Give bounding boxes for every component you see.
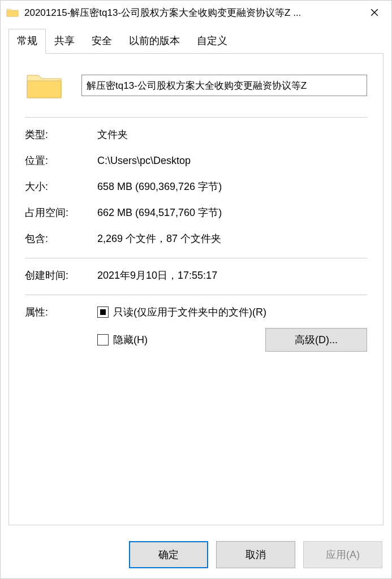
- size-on-disk-label: 占用空间:: [25, 206, 97, 219]
- readonly-label: 只读(仅应用于文件夹中的文件)(R): [113, 305, 266, 319]
- divider: [25, 295, 367, 295]
- properties-dialog: 20201215-解压密tq13-公司股权方案大全收购变更融资协议等Z ... …: [0, 0, 392, 579]
- contains-label: 包含:: [25, 232, 97, 245]
- type-row: 类型: 文件夹: [25, 128, 367, 141]
- divider: [25, 258, 367, 258]
- size-on-disk-value: 662 MB (694,517,760 字节): [97, 206, 222, 219]
- readonly-checkbox-row[interactable]: 只读(仅应用于文件夹中的文件)(R): [97, 305, 367, 319]
- contains-value: 2,269 个文件，87 个文件夹: [97, 232, 221, 245]
- contains-row: 包含: 2,269 个文件，87 个文件夹: [25, 232, 367, 245]
- attributes-section: 属性: 只读(仅应用于文件夹中的文件)(R) 隐藏(H) 高级(D)...: [25, 305, 367, 352]
- type-label: 类型:: [25, 128, 97, 141]
- close-button[interactable]: [363, 3, 386, 21]
- folder-large-icon: [25, 70, 63, 101]
- hidden-label: 隐藏(H): [113, 333, 148, 347]
- folder-name-input[interactable]: [81, 75, 367, 96]
- advanced-button[interactable]: 高级(D)...: [265, 328, 367, 352]
- titlebar: 20201215-解压密tq13-公司股权方案大全收购变更融资协议等Z ...: [1, 1, 391, 23]
- tab-previous-versions[interactable]: 以前的版本: [120, 29, 188, 53]
- tab-customize[interactable]: 自定义: [188, 29, 236, 53]
- created-row: 创建时间: 2021年9月10日，17:55:17: [25, 269, 367, 282]
- tab-security[interactable]: 安全: [83, 29, 120, 53]
- folder-icon: [6, 7, 19, 18]
- size-row: 大小: 658 MB (690,369,726 字节): [25, 180, 367, 193]
- hidden-checkbox[interactable]: [97, 334, 109, 345]
- name-row: [25, 70, 367, 101]
- created-value: 2021年9月10日，17:55:17: [97, 269, 217, 282]
- cancel-button[interactable]: 取消: [216, 541, 295, 568]
- tab-panel-general: 类型: 文件夹 位置: C:\Users\pc\Desktop 大小: 658 …: [8, 53, 384, 525]
- size-value: 658 MB (690,369,726 字节): [97, 180, 222, 193]
- apply-button[interactable]: 应用(A): [303, 541, 382, 568]
- type-value: 文件夹: [97, 128, 128, 141]
- size-label: 大小:: [25, 180, 97, 193]
- ok-button[interactable]: 确定: [129, 541, 208, 568]
- hidden-checkbox-row[interactable]: 隐藏(H): [97, 333, 148, 347]
- location-value: C:\Users\pc\Desktop: [97, 155, 191, 167]
- tab-strip: 常规 共享 安全 以前的版本 自定义: [1, 23, 391, 53]
- tab-sharing[interactable]: 共享: [46, 29, 83, 53]
- dialog-button-bar: 确定 取消 应用(A): [1, 533, 391, 578]
- readonly-checkbox[interactable]: [97, 306, 109, 318]
- window-title: 20201215-解压密tq13-公司股权方案大全收购变更融资协议等Z ...: [24, 6, 363, 19]
- created-label: 创建时间:: [25, 269, 97, 282]
- tab-general[interactable]: 常规: [8, 29, 46, 54]
- attributes-label: 属性:: [25, 306, 48, 318]
- location-row: 位置: C:\Users\pc\Desktop: [25, 154, 367, 167]
- divider: [25, 117, 367, 118]
- size-on-disk-row: 占用空间: 662 MB (694,517,760 字节): [25, 206, 367, 219]
- location-label: 位置:: [25, 154, 97, 167]
